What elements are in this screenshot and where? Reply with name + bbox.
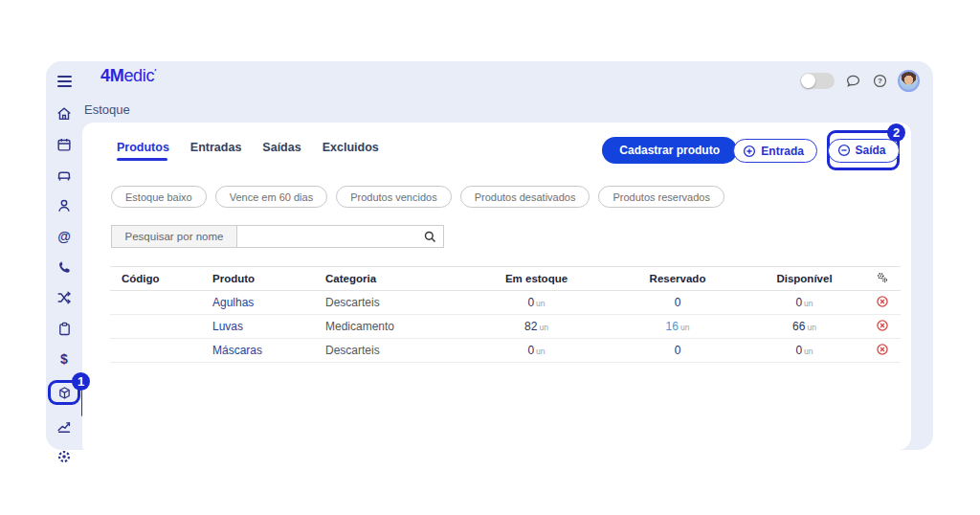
sidebar-item-stock[interactable]: 1 bbox=[48, 380, 80, 405]
svg-text:?: ? bbox=[878, 77, 882, 85]
stock-value-cell: 0 bbox=[611, 291, 745, 315]
col-categoria: Categoria bbox=[314, 267, 462, 291]
help-icon[interactable]: ? bbox=[871, 73, 888, 90]
col-em-estoque: Em estoque bbox=[462, 267, 611, 291]
chat-icon[interactable] bbox=[844, 73, 861, 90]
dollar-icon[interactable]: $ bbox=[52, 347, 77, 371]
stock-value: 82 bbox=[524, 320, 537, 333]
menu-icon[interactable] bbox=[52, 69, 77, 94]
stock-value[interactable]: 16 bbox=[666, 320, 679, 333]
stock-value: 0 bbox=[527, 344, 534, 357]
clipboard-icon[interactable] bbox=[52, 316, 77, 341]
deactivate-icon[interactable] bbox=[876, 319, 889, 332]
tab-excluidos[interactable]: Excluidos bbox=[323, 141, 379, 161]
deactivate-icon[interactable] bbox=[876, 295, 889, 308]
sidebar: @ $ 1 bbox=[46, 61, 82, 450]
bed-icon[interactable] bbox=[52, 163, 77, 188]
search-icon[interactable] bbox=[423, 230, 437, 248]
table-settings-header[interactable] bbox=[864, 267, 901, 291]
register-product-button[interactable]: Cadastrar produto bbox=[602, 137, 737, 164]
analytics-icon[interactable] bbox=[52, 414, 77, 438]
filter-chip[interactable]: Vence em 60 dias bbox=[215, 186, 327, 208]
settings-icon[interactable] bbox=[52, 444, 77, 469]
stock-value-cell: 66un bbox=[745, 315, 864, 339]
exit-button[interactable]: Saída bbox=[828, 139, 900, 163]
categoria-cell: Medicamento bbox=[314, 315, 462, 339]
unit-label: un bbox=[536, 299, 545, 308]
search-mode-label[interactable]: Pesquisar por nome bbox=[111, 225, 236, 248]
stock-value: 0 bbox=[675, 344, 681, 357]
stock-value-cell: 0un bbox=[462, 291, 611, 315]
annotation-step2-box: Saída 2 bbox=[827, 130, 900, 170]
stock-value: 0 bbox=[795, 344, 802, 357]
entry-button[interactable]: Entrada bbox=[733, 139, 817, 163]
calendar-icon[interactable] bbox=[52, 132, 77, 157]
stock-value-cell: 0 bbox=[611, 339, 745, 363]
at-sign-icon[interactable]: @ bbox=[52, 224, 77, 249]
brand-logo: 4Medic' bbox=[100, 66, 156, 86]
row-action-cell bbox=[864, 291, 901, 315]
stock-value-cell: 16un bbox=[611, 315, 745, 339]
product-link[interactable]: Luvas bbox=[212, 320, 243, 333]
annotation-step1-badge: 1 bbox=[72, 372, 90, 391]
filter-chips: Estoque baixoVence em 60 diasProdutos ve… bbox=[111, 186, 724, 208]
row-action-cell bbox=[864, 339, 901, 363]
table-row: AgulhasDescarteis0un00un bbox=[110, 291, 901, 315]
stock-value: 66 bbox=[792, 320, 805, 333]
stock-value: 0 bbox=[527, 296, 534, 309]
unit-label: un bbox=[804, 347, 813, 356]
filter-chip[interactable]: Produtos vencidos bbox=[336, 186, 452, 208]
annotation-step2-badge: 2 bbox=[887, 123, 905, 142]
codigo-cell bbox=[110, 339, 201, 363]
produto-cell: Agulhas bbox=[201, 291, 314, 315]
search-input[interactable] bbox=[237, 226, 443, 247]
products-table: Código Produto Categoria Em estoque Rese… bbox=[110, 266, 901, 363]
tab-produtos[interactable]: Produtos bbox=[117, 141, 169, 161]
product-link[interactable]: Agulhas bbox=[212, 296, 254, 309]
categoria-cell: Descarteis bbox=[314, 291, 462, 315]
filter-chip[interactable]: Produtos reservados bbox=[598, 186, 724, 208]
unit-label: un bbox=[807, 323, 815, 332]
unit-label: un bbox=[539, 323, 547, 332]
stock-value-cell: 0un bbox=[462, 339, 611, 363]
phone-icon[interactable] bbox=[52, 255, 77, 280]
app-window: @ $ 1 bbox=[46, 61, 933, 450]
col-reservado: Reservado bbox=[611, 267, 745, 291]
minus-circle-icon bbox=[837, 144, 851, 157]
tabs: ProdutosEntradasSaídasExcluidos bbox=[117, 141, 379, 161]
content-card: ProdutosEntradasSaídasExcluidos Cadastra… bbox=[82, 123, 911, 450]
unit-label: un bbox=[536, 347, 545, 356]
deactivate-icon[interactable] bbox=[876, 343, 889, 356]
shuffle-icon[interactable] bbox=[52, 285, 77, 310]
plus-circle-icon bbox=[743, 145, 756, 158]
filter-chip[interactable]: Produtos desativados bbox=[460, 186, 590, 208]
stock-value-cell: 0un bbox=[745, 291, 864, 315]
theme-toggle[interactable] bbox=[800, 73, 835, 89]
home-icon[interactable] bbox=[52, 101, 77, 126]
col-produto: Produto bbox=[201, 267, 314, 291]
unit-label: un bbox=[804, 299, 813, 308]
page-title: Estoque bbox=[84, 102, 130, 117]
user-icon[interactable] bbox=[52, 193, 77, 218]
codigo-cell bbox=[110, 315, 201, 339]
codigo-cell bbox=[110, 291, 201, 315]
filter-chip[interactable]: Estoque baixo bbox=[111, 186, 207, 208]
categoria-cell: Descarteis bbox=[314, 339, 462, 363]
gears-icon bbox=[876, 275, 889, 286]
avatar[interactable] bbox=[898, 70, 920, 92]
stock-value-cell: 82un bbox=[462, 315, 611, 339]
tab-saídas[interactable]: Saídas bbox=[262, 141, 301, 161]
col-codigo: Código bbox=[110, 267, 201, 291]
unit-label: un bbox=[680, 323, 689, 332]
table-row: LuvasMedicamento82un16un66un bbox=[110, 315, 901, 339]
toggle-knob bbox=[801, 74, 815, 88]
tab-entradas[interactable]: Entradas bbox=[190, 141, 242, 161]
table-row: MáscarasDescarteis0un00un bbox=[110, 339, 901, 363]
row-action-cell bbox=[864, 315, 901, 339]
search-bar: Pesquisar por nome bbox=[111, 225, 444, 248]
product-link[interactable]: Máscaras bbox=[212, 344, 262, 357]
col-disponivel: Disponível bbox=[745, 267, 864, 291]
stock-value: 0 bbox=[675, 296, 681, 309]
produto-cell: Luvas bbox=[201, 315, 314, 339]
stock-value: 0 bbox=[795, 296, 802, 309]
